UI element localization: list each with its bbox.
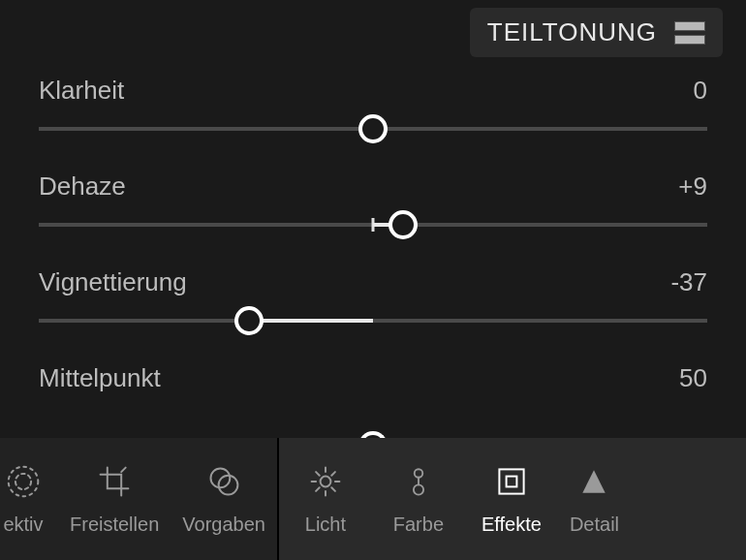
split-toning-button[interactable]: TEILTONUNG — [470, 8, 723, 57]
split-toning-label: TEILTONUNG — [487, 17, 657, 47]
tool-label: Effekte — [482, 513, 542, 536]
effects-sliders: Klarheit0Dehaze+9Vignettierung-37Mittelp… — [39, 76, 707, 434]
tool-label: Vorgaben — [182, 513, 265, 536]
toolbar-left-group: ektivFreistellenVorgaben — [0, 438, 279, 560]
slider-track[interactable] — [39, 223, 707, 227]
slider-label: Mittelpunkt — [39, 363, 161, 393]
bottom-toolbar: ektivFreistellenVorgaben LichtFarbeEffek… — [0, 438, 746, 560]
tool-label: Licht — [305, 513, 346, 536]
slider-value: +9 — [678, 171, 707, 202]
tool-label: Farbe — [393, 513, 444, 536]
slider-handle[interactable] — [358, 114, 388, 143]
slider-handle[interactable] — [389, 210, 418, 239]
split-toning-icon — [674, 21, 705, 45]
color-icon — [400, 463, 437, 500]
tool-selektiv[interactable]: ektiv — [0, 438, 58, 560]
tool-label: Detail — [570, 513, 619, 536]
slider-value: -37 — [670, 267, 707, 297]
presets-icon — [205, 463, 242, 500]
slider-value: 50 — [679, 363, 707, 393]
slider-label: Klarheit — [39, 76, 124, 106]
crop-icon — [96, 463, 133, 500]
svg-point-0 — [16, 473, 31, 488]
slider-vignettierung: Vignettierung-37 — [39, 267, 707, 323]
slider-label: Dehaze — [39, 171, 126, 202]
svg-rect-6 — [414, 484, 423, 494]
tool-detail[interactable]: Detail — [558, 438, 619, 560]
svg-point-1 — [9, 466, 39, 496]
toolbar-right-group: LichtFarbeEffekteDetail — [279, 438, 746, 560]
slider-mittelpunkt: Mittelpunkt50 — [39, 363, 707, 393]
slider-value: 0 — [694, 76, 707, 106]
tool-licht[interactable]: Licht — [279, 438, 372, 560]
tool-farbe[interactable]: Farbe — [372, 438, 465, 560]
slider-track[interactable] — [39, 127, 707, 131]
effects-icon — [493, 463, 530, 500]
tool-label: Freistellen — [70, 513, 159, 536]
tool-vorgaben[interactable]: Vorgaben — [171, 438, 277, 560]
tool-freistellen[interactable]: Freistellen — [58, 438, 171, 560]
detail-icon — [575, 463, 612, 500]
slider-fill — [249, 319, 373, 323]
svg-point-5 — [415, 469, 423, 478]
slider-klarheit: Klarheit0 — [39, 76, 707, 131]
tool-label: ektiv — [3, 513, 43, 536]
slider-handle[interactable] — [234, 306, 264, 335]
svg-point-4 — [321, 476, 331, 486]
tool-effekte[interactable]: Effekte — [465, 438, 558, 560]
slider-label: Vignettierung — [39, 267, 187, 297]
svg-rect-8 — [507, 476, 517, 486]
svg-rect-7 — [499, 469, 523, 493]
slider-track[interactable] — [39, 319, 707, 323]
radial-icon — [5, 463, 42, 500]
light-icon — [307, 463, 344, 500]
slider-dehaze: Dehaze+9 — [39, 171, 707, 227]
